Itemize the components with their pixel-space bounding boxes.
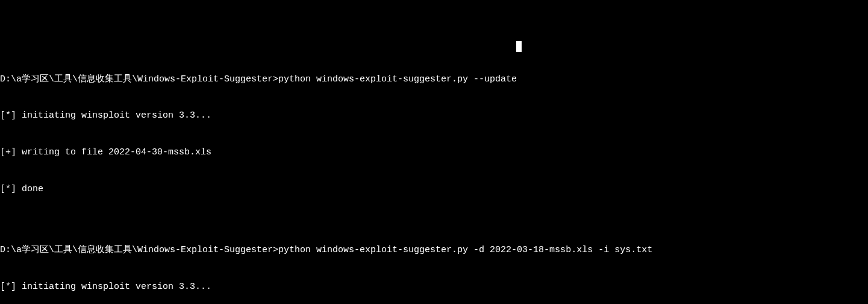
terminal-line: [*] done	[0, 183, 868, 195]
terminal-line: [*] initiating winsploit version 3.3...	[0, 110, 868, 122]
terminal-line: [*] initiating winsploit version 3.3...	[0, 281, 868, 293]
terminal-line: D:\a学习区\工具\信息收集工具\Windows-Exploit-Sugges…	[0, 244, 868, 256]
terminal-output[interactable]: D:\a学习区\工具\信息收集工具\Windows-Exploit-Sugges…	[0, 49, 868, 304]
terminal-line: [+] writing to file 2022-04-30-mssb.xls	[0, 147, 868, 159]
terminal-line: D:\a学习区\工具\信息收集工具\Windows-Exploit-Sugges…	[0, 74, 868, 86]
cursor-icon	[516, 41, 522, 52]
